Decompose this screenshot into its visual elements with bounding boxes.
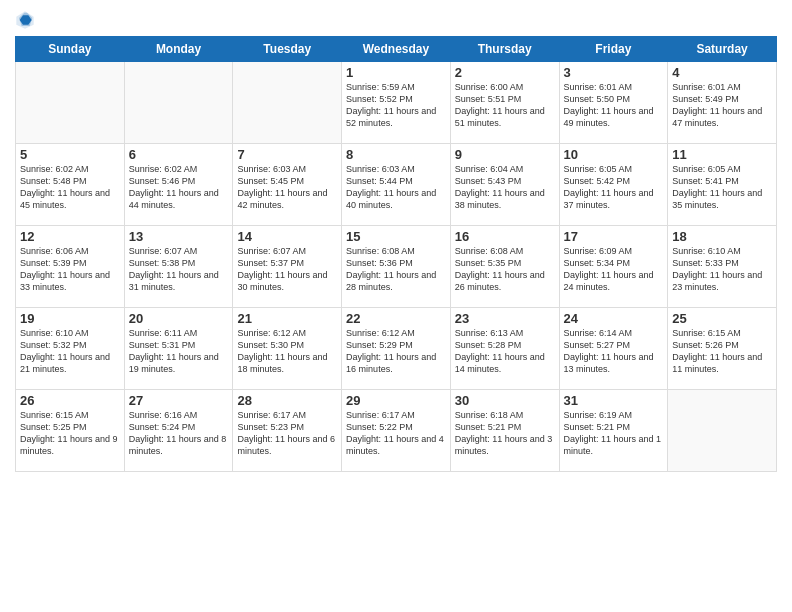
cell-info: Sunrise: 6:17 AM Sunset: 5:22 PM Dayligh… <box>346 409 446 458</box>
calendar-cell: 13Sunrise: 6:07 AM Sunset: 5:38 PM Dayli… <box>124 226 233 308</box>
weekday-header-row: SundayMondayTuesdayWednesdayThursdayFrid… <box>16 37 777 62</box>
cell-info: Sunrise: 6:16 AM Sunset: 5:24 PM Dayligh… <box>129 409 229 458</box>
logo-icon <box>15 10 35 30</box>
calendar-table: SundayMondayTuesdayWednesdayThursdayFrid… <box>15 36 777 472</box>
day-number: 5 <box>20 147 120 162</box>
week-row-3: 12Sunrise: 6:06 AM Sunset: 5:39 PM Dayli… <box>16 226 777 308</box>
calendar-cell <box>668 390 777 472</box>
day-number: 26 <box>20 393 120 408</box>
calendar-cell: 23Sunrise: 6:13 AM Sunset: 5:28 PM Dayli… <box>450 308 559 390</box>
day-number: 1 <box>346 65 446 80</box>
day-number: 29 <box>346 393 446 408</box>
day-number: 31 <box>564 393 664 408</box>
cell-info: Sunrise: 6:13 AM Sunset: 5:28 PM Dayligh… <box>455 327 555 376</box>
week-row-5: 26Sunrise: 6:15 AM Sunset: 5:25 PM Dayli… <box>16 390 777 472</box>
cell-info: Sunrise: 6:04 AM Sunset: 5:43 PM Dayligh… <box>455 163 555 212</box>
calendar-cell: 27Sunrise: 6:16 AM Sunset: 5:24 PM Dayli… <box>124 390 233 472</box>
calendar-cell: 6Sunrise: 6:02 AM Sunset: 5:46 PM Daylig… <box>124 144 233 226</box>
calendar-cell: 11Sunrise: 6:05 AM Sunset: 5:41 PM Dayli… <box>668 144 777 226</box>
calendar-cell: 19Sunrise: 6:10 AM Sunset: 5:32 PM Dayli… <box>16 308 125 390</box>
day-number: 14 <box>237 229 337 244</box>
calendar-cell: 15Sunrise: 6:08 AM Sunset: 5:36 PM Dayli… <box>342 226 451 308</box>
calendar-cell: 29Sunrise: 6:17 AM Sunset: 5:22 PM Dayli… <box>342 390 451 472</box>
cell-info: Sunrise: 6:14 AM Sunset: 5:27 PM Dayligh… <box>564 327 664 376</box>
cell-info: Sunrise: 6:01 AM Sunset: 5:49 PM Dayligh… <box>672 81 772 130</box>
day-number: 23 <box>455 311 555 326</box>
day-number: 4 <box>672 65 772 80</box>
calendar-cell: 12Sunrise: 6:06 AM Sunset: 5:39 PM Dayli… <box>16 226 125 308</box>
cell-info: Sunrise: 6:12 AM Sunset: 5:29 PM Dayligh… <box>346 327 446 376</box>
day-number: 20 <box>129 311 229 326</box>
calendar-cell: 5Sunrise: 6:02 AM Sunset: 5:48 PM Daylig… <box>16 144 125 226</box>
day-number: 28 <box>237 393 337 408</box>
day-number: 18 <box>672 229 772 244</box>
calendar-cell <box>16 62 125 144</box>
calendar-cell: 8Sunrise: 6:03 AM Sunset: 5:44 PM Daylig… <box>342 144 451 226</box>
weekday-header-saturday: Saturday <box>668 37 777 62</box>
cell-info: Sunrise: 6:05 AM Sunset: 5:41 PM Dayligh… <box>672 163 772 212</box>
day-number: 11 <box>672 147 772 162</box>
weekday-header-thursday: Thursday <box>450 37 559 62</box>
day-number: 7 <box>237 147 337 162</box>
day-number: 13 <box>129 229 229 244</box>
weekday-header-monday: Monday <box>124 37 233 62</box>
cell-info: Sunrise: 6:05 AM Sunset: 5:42 PM Dayligh… <box>564 163 664 212</box>
calendar-cell: 31Sunrise: 6:19 AM Sunset: 5:21 PM Dayli… <box>559 390 668 472</box>
cell-info: Sunrise: 6:10 AM Sunset: 5:32 PM Dayligh… <box>20 327 120 376</box>
calendar-cell: 10Sunrise: 6:05 AM Sunset: 5:42 PM Dayli… <box>559 144 668 226</box>
cell-info: Sunrise: 6:06 AM Sunset: 5:39 PM Dayligh… <box>20 245 120 294</box>
cell-info: Sunrise: 6:02 AM Sunset: 5:46 PM Dayligh… <box>129 163 229 212</box>
day-number: 17 <box>564 229 664 244</box>
cell-info: Sunrise: 6:07 AM Sunset: 5:37 PM Dayligh… <box>237 245 337 294</box>
cell-info: Sunrise: 5:59 AM Sunset: 5:52 PM Dayligh… <box>346 81 446 130</box>
cell-info: Sunrise: 6:17 AM Sunset: 5:23 PM Dayligh… <box>237 409 337 458</box>
day-number: 15 <box>346 229 446 244</box>
day-number: 19 <box>20 311 120 326</box>
calendar-cell: 21Sunrise: 6:12 AM Sunset: 5:30 PM Dayli… <box>233 308 342 390</box>
calendar-cell: 16Sunrise: 6:08 AM Sunset: 5:35 PM Dayli… <box>450 226 559 308</box>
day-number: 10 <box>564 147 664 162</box>
week-row-4: 19Sunrise: 6:10 AM Sunset: 5:32 PM Dayli… <box>16 308 777 390</box>
calendar-cell: 24Sunrise: 6:14 AM Sunset: 5:27 PM Dayli… <box>559 308 668 390</box>
cell-info: Sunrise: 6:03 AM Sunset: 5:45 PM Dayligh… <box>237 163 337 212</box>
weekday-header-wednesday: Wednesday <box>342 37 451 62</box>
calendar-cell: 2Sunrise: 6:00 AM Sunset: 5:51 PM Daylig… <box>450 62 559 144</box>
cell-info: Sunrise: 6:08 AM Sunset: 5:36 PM Dayligh… <box>346 245 446 294</box>
cell-info: Sunrise: 6:18 AM Sunset: 5:21 PM Dayligh… <box>455 409 555 458</box>
day-number: 30 <box>455 393 555 408</box>
week-row-1: 1Sunrise: 5:59 AM Sunset: 5:52 PM Daylig… <box>16 62 777 144</box>
day-number: 12 <box>20 229 120 244</box>
calendar-body: 1Sunrise: 5:59 AM Sunset: 5:52 PM Daylig… <box>16 62 777 472</box>
week-row-2: 5Sunrise: 6:02 AM Sunset: 5:48 PM Daylig… <box>16 144 777 226</box>
cell-info: Sunrise: 6:03 AM Sunset: 5:44 PM Dayligh… <box>346 163 446 212</box>
calendar-cell: 22Sunrise: 6:12 AM Sunset: 5:29 PM Dayli… <box>342 308 451 390</box>
calendar-cell: 9Sunrise: 6:04 AM Sunset: 5:43 PM Daylig… <box>450 144 559 226</box>
cell-info: Sunrise: 6:12 AM Sunset: 5:30 PM Dayligh… <box>237 327 337 376</box>
calendar-cell: 30Sunrise: 6:18 AM Sunset: 5:21 PM Dayli… <box>450 390 559 472</box>
day-number: 8 <box>346 147 446 162</box>
calendar-cell <box>124 62 233 144</box>
day-number: 16 <box>455 229 555 244</box>
calendar-cell: 3Sunrise: 6:01 AM Sunset: 5:50 PM Daylig… <box>559 62 668 144</box>
header <box>15 10 777 30</box>
calendar-cell: 14Sunrise: 6:07 AM Sunset: 5:37 PM Dayli… <box>233 226 342 308</box>
calendar-cell: 20Sunrise: 6:11 AM Sunset: 5:31 PM Dayli… <box>124 308 233 390</box>
cell-info: Sunrise: 6:07 AM Sunset: 5:38 PM Dayligh… <box>129 245 229 294</box>
logo <box>15 10 37 30</box>
day-number: 6 <box>129 147 229 162</box>
calendar-cell: 4Sunrise: 6:01 AM Sunset: 5:49 PM Daylig… <box>668 62 777 144</box>
calendar-cell: 28Sunrise: 6:17 AM Sunset: 5:23 PM Dayli… <box>233 390 342 472</box>
day-number: 24 <box>564 311 664 326</box>
calendar-cell: 26Sunrise: 6:15 AM Sunset: 5:25 PM Dayli… <box>16 390 125 472</box>
cell-info: Sunrise: 6:02 AM Sunset: 5:48 PM Dayligh… <box>20 163 120 212</box>
day-number: 25 <box>672 311 772 326</box>
weekday-header-tuesday: Tuesday <box>233 37 342 62</box>
cell-info: Sunrise: 6:09 AM Sunset: 5:34 PM Dayligh… <box>564 245 664 294</box>
calendar-cell: 1Sunrise: 5:59 AM Sunset: 5:52 PM Daylig… <box>342 62 451 144</box>
cell-info: Sunrise: 6:10 AM Sunset: 5:33 PM Dayligh… <box>672 245 772 294</box>
day-number: 22 <box>346 311 446 326</box>
page: SundayMondayTuesdayWednesdayThursdayFrid… <box>0 0 792 612</box>
day-number: 27 <box>129 393 229 408</box>
calendar-cell: 25Sunrise: 6:15 AM Sunset: 5:26 PM Dayli… <box>668 308 777 390</box>
cell-info: Sunrise: 6:11 AM Sunset: 5:31 PM Dayligh… <box>129 327 229 376</box>
